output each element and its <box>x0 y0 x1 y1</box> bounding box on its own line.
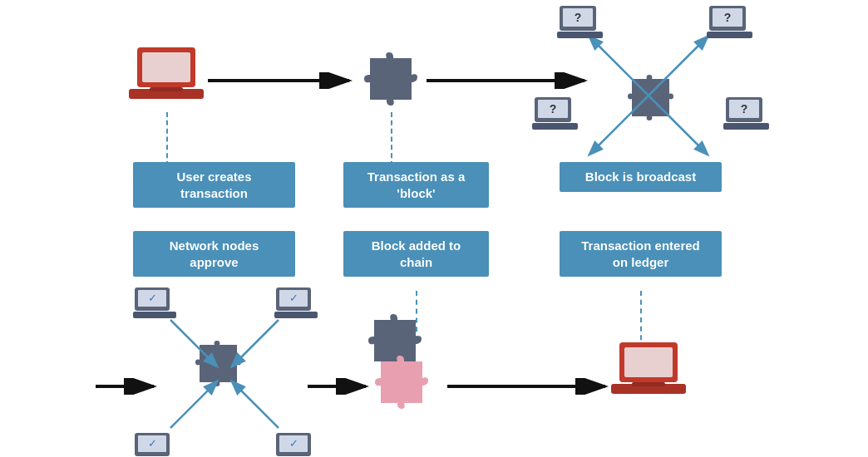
svg-rect-11 <box>557 32 603 38</box>
transaction-block-label: Transaction as a'block' <box>343 162 489 208</box>
svg-text:?: ? <box>550 102 557 115</box>
arrow-1 <box>208 72 358 89</box>
svg-text:✓: ✓ <box>289 292 298 304</box>
svg-text:✓: ✓ <box>148 292 157 304</box>
arrow-bottom-in <box>96 378 162 395</box>
svg-rect-3 <box>150 87 183 91</box>
block-chain-icon <box>362 307 428 377</box>
svg-rect-35 <box>133 312 176 318</box>
svg-rect-1 <box>142 52 190 82</box>
block-added-label: Block added tochain <box>343 231 489 277</box>
arrow-2 <box>427 72 593 89</box>
dashed-line-2 <box>391 112 392 166</box>
user-creates-label: User createstransaction <box>133 162 295 208</box>
svg-line-4 <box>590 37 649 96</box>
svg-text:?: ? <box>741 102 748 115</box>
svg-line-29 <box>233 320 279 366</box>
dashed-line-1 <box>166 112 168 166</box>
svg-line-5 <box>649 37 707 96</box>
arrow-bottom-2 <box>308 378 374 395</box>
svg-line-28 <box>170 320 216 366</box>
svg-line-7 <box>649 96 707 154</box>
svg-rect-57 <box>632 382 665 386</box>
ledger-laptop-icon <box>611 341 686 406</box>
transaction-ledger-label: Transaction enteredon ledger <box>560 231 722 277</box>
arrow-bottom-3 <box>447 378 614 395</box>
svg-rect-15 <box>707 32 752 38</box>
user-laptop-icon <box>129 46 204 111</box>
block-broadcast-label: Block is broadcast <box>560 162 722 192</box>
svg-rect-23 <box>723 123 769 130</box>
transaction-block-icon <box>358 46 424 115</box>
svg-rect-19 <box>532 123 578 130</box>
network-nodes-label: Network nodesapprove <box>133 231 295 277</box>
svg-line-30 <box>170 382 216 428</box>
svg-text:?: ? <box>724 11 732 24</box>
svg-text:?: ? <box>575 11 582 24</box>
svg-line-6 <box>590 96 649 154</box>
svg-rect-39 <box>274 312 318 318</box>
blockchain-diagram: ? ? ? ? <box>0 0 868 457</box>
svg-text:✓: ✓ <box>148 437 157 450</box>
svg-text:✓: ✓ <box>289 437 298 450</box>
svg-line-31 <box>233 382 279 428</box>
svg-rect-55 <box>624 347 673 377</box>
